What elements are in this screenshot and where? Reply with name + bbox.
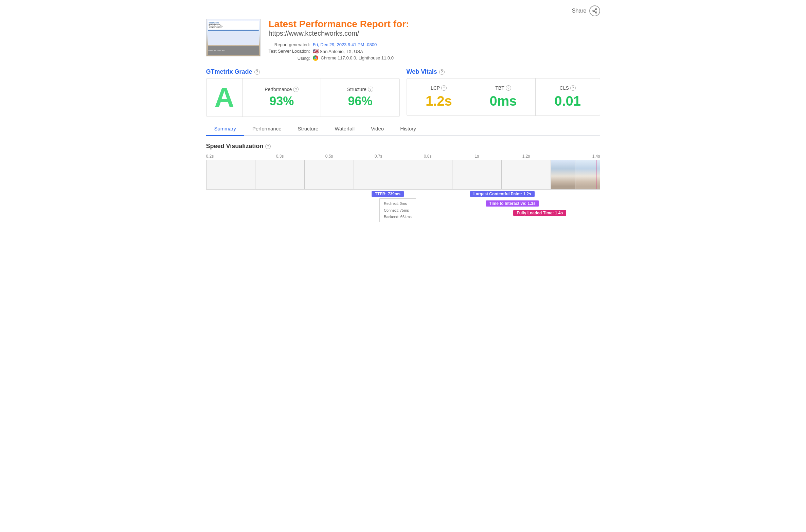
lcp-help[interactable]: ? bbox=[441, 85, 447, 91]
site-thumbnail: kctechworks Need Any InternetWebsite Ser… bbox=[206, 19, 261, 56]
flt-annotation: Fully Loaded Time: 1.4s bbox=[513, 210, 566, 216]
tti-badge: Time to Interactive: 1.3s bbox=[486, 200, 539, 207]
server-value: 🇺🇸 San Antonio, TX, USA bbox=[313, 48, 394, 55]
structure-help[interactable]: ? bbox=[368, 87, 373, 92]
chrome-icon bbox=[313, 55, 318, 61]
ruler-2: 0.5s bbox=[305, 154, 354, 159]
speed-viz-title: Speed Visualization bbox=[206, 143, 264, 150]
pink-marker-line bbox=[596, 160, 596, 189]
web-vitals-help[interactable]: ? bbox=[439, 69, 445, 75]
tbt-value: 0ms bbox=[489, 93, 517, 109]
web-vitals-title: Web Vitals bbox=[407, 68, 437, 75]
frame-4 bbox=[403, 160, 452, 189]
gtmetrix-help[interactable]: ? bbox=[254, 69, 260, 75]
ruler-7: 1.4s bbox=[551, 154, 600, 159]
performance-metric: Performance ? 93% bbox=[243, 78, 321, 117]
tab-structure[interactable]: Structure bbox=[290, 122, 327, 136]
grade-letter: A bbox=[215, 84, 234, 111]
ttfb-detail-box: Redirect: 0ms Connect: 75ms Backend: 664… bbox=[379, 198, 416, 222]
annotations-area: TTFB: 739ms Redirect: 0ms Connect: 75ms … bbox=[206, 191, 600, 232]
structure-value: 96% bbox=[348, 94, 372, 108]
lcp-badge: Largest Contentful Paint: 1.2s bbox=[470, 191, 535, 197]
ruler-4: 0.8s bbox=[403, 154, 452, 159]
svg-line-3 bbox=[594, 11, 595, 12]
svg-point-1 bbox=[593, 10, 594, 12]
screenshot-frames bbox=[206, 160, 600, 190]
web-vitals-section: Web Vitals ? LCP ? 1.2s TBT ? 0ms bbox=[407, 68, 600, 117]
cls-value: 0.01 bbox=[554, 93, 581, 109]
frame-2 bbox=[305, 160, 354, 189]
ruler-5: 1s bbox=[452, 154, 502, 159]
lcp-value: 1.2s bbox=[426, 93, 452, 109]
grade-box: A Performance ? 93% Structure ? bbox=[206, 78, 400, 117]
ruler-3: 0.7s bbox=[354, 154, 403, 159]
share-button[interactable] bbox=[589, 5, 600, 16]
lcp-vital: LCP ? 1.2s bbox=[407, 78, 471, 116]
frame-5 bbox=[452, 160, 502, 189]
gtmetrix-title: GTmetrix Grade bbox=[206, 68, 252, 75]
server-label: Test Server Location: bbox=[269, 48, 313, 55]
gtmetrix-grade-section: GTmetrix Grade ? A Performance ? 93% bbox=[206, 68, 400, 117]
using-value: Chrome 117.0.0.0, Lighthouse 11.0.0 bbox=[313, 55, 394, 62]
speed-visualization-section: Speed Visualization ? 0.2s 0.3s 0.5s 0.7… bbox=[206, 143, 600, 232]
generated-value: Fri, Dec 29, 2023 9:41 PM -0800 bbox=[313, 41, 394, 48]
lcp-annotation: Largest Contentful Paint: 1.2s bbox=[470, 191, 535, 197]
frame-0 bbox=[207, 160, 256, 189]
share-icon bbox=[592, 8, 597, 14]
frame-6 bbox=[502, 160, 551, 189]
svg-point-0 bbox=[595, 8, 597, 10]
tti-annotation: Time to Interactive: 1.3s bbox=[486, 200, 539, 207]
tbt-vital: TBT ? 0ms bbox=[471, 78, 536, 116]
flt-badge: Fully Loaded Time: 1.4s bbox=[513, 210, 566, 216]
frame-7 bbox=[551, 160, 600, 189]
ruler-row: 0.2s 0.3s 0.5s 0.7s 0.8s 1s 1.2s 1.4s bbox=[206, 154, 600, 159]
ruler-1: 0.3s bbox=[255, 154, 305, 159]
frame-1 bbox=[255, 160, 305, 189]
structure-metric: Structure ? 96% bbox=[321, 78, 399, 117]
tab-performance[interactable]: Performance bbox=[244, 122, 290, 136]
tab-history[interactable]: History bbox=[392, 122, 424, 136]
frame-3 bbox=[354, 160, 403, 189]
report-meta-table: Report generated: Fri, Dec 29, 2023 9:41… bbox=[269, 41, 394, 62]
cls-vital: CLS ? 0.01 bbox=[536, 78, 600, 116]
tab-summary[interactable]: Summary bbox=[206, 122, 244, 136]
cls-help[interactable]: ? bbox=[570, 85, 576, 91]
tabs-bar: Summary Performance Structure Waterfall … bbox=[206, 122, 600, 136]
tbt-help[interactable]: ? bbox=[506, 85, 511, 91]
generated-label: Report generated: bbox=[269, 41, 313, 48]
using-label: Using: bbox=[269, 55, 313, 62]
share-label: Share bbox=[572, 8, 587, 14]
ruler-6: 1.2s bbox=[502, 154, 551, 159]
tab-waterfall[interactable]: Waterfall bbox=[326, 122, 363, 136]
ttfb-annotation: TTFB: 739ms bbox=[372, 191, 404, 197]
ruler-0: 0.2s bbox=[206, 154, 255, 159]
svg-point-2 bbox=[595, 12, 597, 13]
performance-value: 93% bbox=[269, 94, 294, 108]
tab-video[interactable]: Video bbox=[363, 122, 392, 136]
report-title: Latest Performance Report for: bbox=[269, 19, 600, 30]
speed-viz-help[interactable]: ? bbox=[265, 144, 271, 149]
ttfb-badge: TTFB: 739ms bbox=[372, 191, 404, 197]
vitals-box: LCP ? 1.2s TBT ? 0ms CLS ? bbox=[407, 78, 600, 116]
perf-help[interactable]: ? bbox=[293, 87, 299, 92]
flag-icon: 🇺🇸 bbox=[313, 49, 319, 54]
report-url: https://www.kctechworks.com/ bbox=[269, 30, 600, 37]
svg-line-4 bbox=[594, 10, 595, 11]
